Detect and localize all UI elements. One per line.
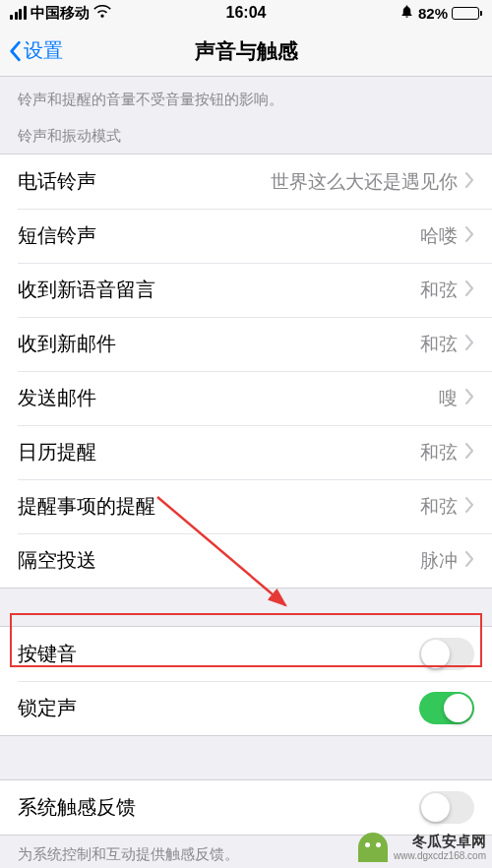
row-label: 发送邮件 xyxy=(18,385,96,411)
row-value: 和弦 xyxy=(96,440,458,465)
watermark-text: 冬瓜安卓网 www.dgxcdz168.com xyxy=(394,834,486,861)
toggle-lock-sound[interactable] xyxy=(419,692,474,724)
row-value: 脉冲 xyxy=(96,548,458,574)
row-value: 和弦 xyxy=(155,278,458,303)
row-system-haptics[interactable]: 系统触感反馈 xyxy=(0,780,492,835)
ringtone-row[interactable]: 收到新邮件和弦 xyxy=(0,317,492,371)
chevron-right-icon xyxy=(465,495,474,518)
ringtone-row[interactable]: 日历提醒和弦 xyxy=(0,425,492,479)
keyboard-clicks-label: 按键音 xyxy=(18,641,77,667)
row-keyboard-clicks[interactable]: 按键音 xyxy=(0,627,492,681)
row-value: 和弦 xyxy=(116,332,458,357)
ringtone-row[interactable]: 提醒事项的提醒和弦 xyxy=(0,479,492,533)
haptics-list: 系统触感反馈 xyxy=(0,779,492,836)
lock-sound-label: 锁定声 xyxy=(18,695,77,721)
chevron-right-icon xyxy=(465,387,474,409)
page-title: 声音与触感 xyxy=(0,37,492,65)
status-time: 16:04 xyxy=(0,4,492,22)
row-value: 和弦 xyxy=(155,494,458,520)
row-value: 嗖 xyxy=(96,386,458,411)
ringtone-row[interactable]: 短信铃声哈喽 xyxy=(0,209,492,263)
navigation-bar: 设置 声音与触感 xyxy=(0,26,492,77)
ringtone-row[interactable]: 电话铃声世界这么大还是遇见你 xyxy=(0,155,492,209)
sound-toggle-list: 按键音 锁定声 xyxy=(0,626,492,736)
row-label: 提醒事项的提醒 xyxy=(18,493,155,520)
system-haptics-label: 系统触感反馈 xyxy=(18,794,136,821)
toggle-keyboard-clicks[interactable] xyxy=(419,638,474,670)
chevron-right-icon xyxy=(465,333,474,355)
chevron-right-icon xyxy=(465,549,474,572)
battery-icon xyxy=(452,7,482,20)
watermark-url: www.dgxcdz168.com xyxy=(394,850,486,861)
row-label: 收到新邮件 xyxy=(18,331,116,357)
row-label: 隔空投送 xyxy=(18,547,96,574)
chevron-right-icon xyxy=(465,441,474,464)
row-label: 电话铃声 xyxy=(18,168,96,195)
row-lock-sound[interactable]: 锁定声 xyxy=(0,681,492,735)
status-bar: 中国移动 16:04 82% xyxy=(0,0,492,26)
volume-note: 铃声和提醒的音量不受音量按钮的影响。 xyxy=(0,77,492,117)
watermark-name: 冬瓜安卓网 xyxy=(394,834,486,850)
chevron-right-icon xyxy=(465,224,474,247)
ringtone-row[interactable]: 发送邮件嗖 xyxy=(0,371,492,425)
android-logo-icon xyxy=(358,833,388,862)
row-label: 收到新语音留言 xyxy=(18,277,155,303)
chevron-right-icon xyxy=(465,279,474,301)
ringtone-row[interactable]: 收到新语音留言和弦 xyxy=(0,263,492,317)
toggle-system-haptics[interactable] xyxy=(419,791,474,824)
row-label: 短信铃声 xyxy=(18,222,96,249)
ringtone-list: 电话铃声世界这么大还是遇见你短信铃声哈喽收到新语音留言和弦收到新邮件和弦发送邮件… xyxy=(0,154,492,589)
row-value: 世界这么大还是遇见你 xyxy=(96,169,458,195)
section-header-ringtones: 铃声和振动模式 xyxy=(0,117,492,154)
row-value: 哈喽 xyxy=(96,223,458,249)
chevron-right-icon xyxy=(465,170,474,193)
watermark: 冬瓜安卓网 www.dgxcdz168.com xyxy=(358,833,486,862)
ringtone-row[interactable]: 隔空投送脉冲 xyxy=(0,533,492,588)
row-label: 日历提醒 xyxy=(18,439,96,465)
